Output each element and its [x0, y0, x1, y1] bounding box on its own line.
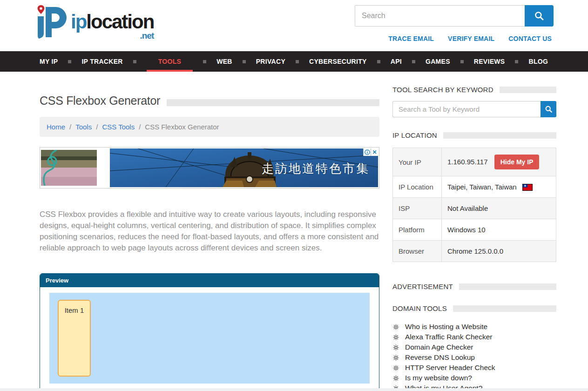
- ad-close-icon[interactable]: ✕: [371, 148, 378, 156]
- breadcrumb-tools[interactable]: Tools: [75, 123, 92, 131]
- search-button[interactable]: [525, 5, 554, 27]
- site-header: iplocation .net TRACE EMAIL VERIFY EMAIL…: [0, 0, 588, 51]
- search-input[interactable]: [355, 5, 525, 27]
- domain-tool-link[interactable]: Is my website down?: [392, 373, 556, 383]
- isp-value: Not Available: [442, 198, 556, 219]
- nav-separator: [203, 60, 206, 63]
- hide-my-ip-button[interactable]: Hide My IP: [494, 155, 540, 169]
- gear-icon: [392, 354, 399, 361]
- title-decoration-bar: [167, 99, 379, 106]
- main-nav: MY IP IP TRACKER TOOLS WEB PRIVACY CYBER…: [0, 51, 588, 72]
- logo-mark-icon: [34, 4, 69, 40]
- domain-tools-list: Who is Hosting a Website Alexa Traffic R…: [392, 322, 556, 391]
- nav-separator: [377, 60, 380, 63]
- table-row: Browser Chrome 125.0.0.0: [393, 241, 556, 262]
- nav-separator: [412, 60, 415, 63]
- advertisement-heading: ADVERTISEMENT: [392, 283, 556, 290]
- site-logo[interactable]: iplocation .net: [34, 4, 154, 41]
- breadcrumb-separator: /: [69, 123, 71, 131]
- gear-icon: [392, 344, 399, 351]
- flexbox-preview-item: Item 1: [58, 300, 91, 377]
- ad-left-image[interactable]: [41, 150, 97, 186]
- page-bottom-strip: [0, 388, 588, 391]
- verify-email-link[interactable]: VERIFY EMAIL: [448, 35, 494, 42]
- table-row: Platform Windows 10: [393, 219, 556, 241]
- your-ip-value: 1.160.95.117: [447, 158, 487, 166]
- nav-item-reviews[interactable]: REVIEWS: [474, 51, 505, 72]
- nav-item-blog[interactable]: BLOG: [528, 51, 548, 72]
- heading-decoration-bar: [459, 283, 556, 290]
- tool-description: CSS Flexbox provides a flexible and intu…: [40, 209, 379, 254]
- gear-icon: [392, 334, 399, 341]
- nav-separator: [68, 60, 71, 63]
- logo-text: iplocation: [71, 12, 154, 32]
- adchoices-info-icon[interactable]: [363, 148, 371, 156]
- heading-decoration-bar: [500, 87, 556, 93]
- ip-location-value: Taipei, Taiwan, Taiwan: [447, 183, 517, 191]
- nav-item-privacy[interactable]: PRIVACY: [256, 51, 285, 72]
- preview-panel: Preview Item 1: [40, 273, 379, 391]
- heading-decoration-bar: [453, 305, 556, 312]
- nav-item-my-ip[interactable]: MY IP: [40, 51, 58, 72]
- nav-item-cybersecurity[interactable]: CYBERSECURITY: [309, 51, 367, 72]
- nav-separator: [133, 60, 136, 63]
- flexbox-preview-container: Item 1: [49, 293, 370, 384]
- domain-tools-heading: DOMAIN TOOLS: [392, 304, 556, 312]
- table-row: IP Location Taipei, Taiwan, Taiwan: [393, 176, 556, 198]
- domain-tool-link[interactable]: Who is Hosting a Website: [392, 322, 556, 332]
- ad-creative[interactable]: 走訪地道特色市集 ✕: [110, 148, 378, 187]
- breadcrumb-css-tools[interactable]: CSS Tools: [102, 123, 135, 131]
- nav-item-api[interactable]: API: [391, 51, 402, 72]
- nav-item-ip-tracker[interactable]: IP TRACKER: [81, 51, 122, 72]
- gear-icon: [392, 324, 399, 330]
- table-row: Your IP 1.160.95.117 Hide My IP: [393, 148, 556, 176]
- domain-tool-link[interactable]: Alexa Traffic Rank Checker: [392, 332, 556, 342]
- ad-caption-text: 走訪地道特色市集: [262, 161, 370, 177]
- domain-tool-link[interactable]: Reverse DNS Lookup: [392, 352, 556, 363]
- breadcrumb: Home / Tools / CSS Tools / CSS Flexbox G…: [40, 117, 379, 137]
- heading-decoration-bar: [443, 132, 556, 139]
- preview-panel-title: Preview: [40, 274, 379, 287]
- trace-email-link[interactable]: TRACE EMAIL: [388, 35, 434, 42]
- platform-value: Windows 10: [442, 219, 556, 241]
- page-title: CSS Flexbox Generator: [40, 94, 160, 108]
- tool-search-heading: TOOL SEARCH BY KEYWORD: [392, 86, 556, 94]
- nav-separator: [243, 60, 246, 63]
- ad-banner: 走訪地道特色市集 ✕: [40, 147, 379, 189]
- nav-separator: [296, 60, 299, 63]
- breadcrumb-current: CSS Flexbox Generator: [145, 123, 219, 131]
- browser-value: Chrome 125.0.0.0: [442, 241, 556, 262]
- header-search: [355, 5, 554, 27]
- nav-item-games[interactable]: GAMES: [426, 51, 450, 72]
- nav-separator: [460, 60, 464, 63]
- taiwan-flag-icon: [522, 184, 533, 191]
- nav-item-tools[interactable]: TOOLS: [147, 51, 193, 72]
- search-icon: [545, 105, 553, 113]
- header-links: TRACE EMAIL VERIFY EMAIL CONTACT US: [388, 35, 552, 42]
- search-icon: [534, 11, 544, 21]
- logo-tld: .net: [140, 31, 154, 41]
- gear-icon: [392, 364, 399, 371]
- nav-item-web[interactable]: WEB: [216, 51, 232, 72]
- tool-search-button[interactable]: [541, 101, 556, 117]
- ip-location-heading: IP LOCATION: [392, 131, 556, 139]
- breadcrumb-separator: /: [139, 123, 141, 131]
- breadcrumb-home[interactable]: Home: [47, 123, 65, 131]
- tool-search-input[interactable]: [392, 101, 541, 117]
- contact-us-link[interactable]: CONTACT US: [508, 35, 552, 42]
- gear-icon: [392, 375, 399, 382]
- domain-tool-link[interactable]: Domain Age Checker: [392, 342, 556, 352]
- domain-tool-link[interactable]: HTTP Server Header Check: [392, 363, 556, 373]
- table-row: ISP Not Available: [393, 198, 556, 219]
- breadcrumb-separator: /: [96, 123, 98, 131]
- ip-location-table: Your IP 1.160.95.117 Hide My IP IP Locat…: [392, 148, 556, 262]
- nav-separator: [515, 60, 518, 63]
